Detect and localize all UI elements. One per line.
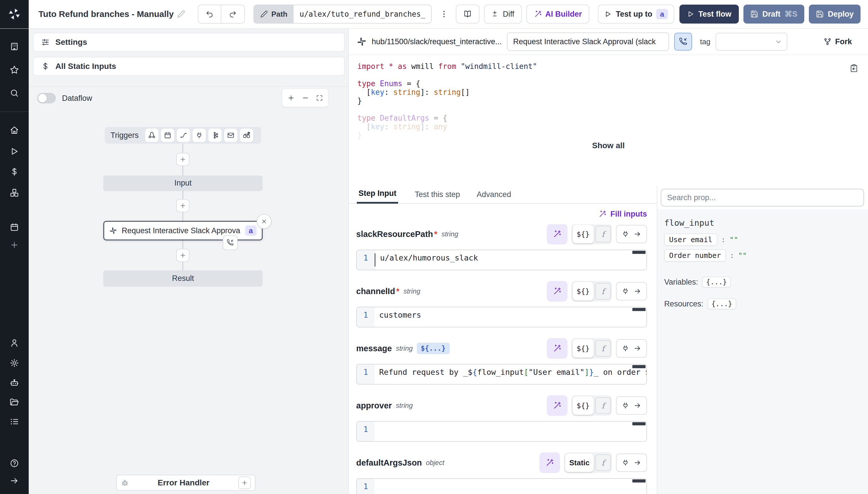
insert-step-button[interactable]: [176, 249, 190, 262]
variables-icon[interactable]: [10, 167, 19, 176]
dataflow-toggle[interactable]: [37, 93, 56, 103]
expand-sidebar-icon[interactable]: [10, 476, 19, 486]
field-value-editor[interactable]: 1: [356, 478, 647, 494]
logs-icon[interactable]: [10, 417, 19, 426]
workers-icon[interactable]: [10, 378, 19, 387]
result-node[interactable]: Result: [103, 270, 263, 286]
favorites-icon[interactable]: [10, 65, 19, 74]
draft-button[interactable]: Draft ⌘S: [744, 5, 804, 23]
ai-fill-button[interactable]: [547, 224, 568, 244]
input-mode-button[interactable]: ${}: [573, 339, 594, 358]
path-button[interactable]: Path: [254, 5, 294, 23]
scheduled-poll-trigger-icon[interactable]: [240, 129, 253, 142]
editor-scrollbar-thumb[interactable]: [632, 308, 646, 311]
undo-button[interactable]: [198, 5, 221, 23]
tab-advanced[interactable]: Advanced: [477, 190, 511, 203]
editor-scrollbar-thumb[interactable]: [632, 251, 646, 254]
suspend-approval-icon[interactable]: [223, 235, 238, 250]
diff-button[interactable]: Diff: [484, 5, 522, 23]
editor-scrollbar-thumb[interactable]: [632, 365, 646, 368]
input-mode-button[interactable]: ${}: [573, 282, 594, 300]
function-mode-button[interactable]: f: [595, 397, 611, 414]
delete-step-button[interactable]: [257, 214, 272, 229]
connect-input-button[interactable]: [616, 282, 647, 300]
more-menu-icon[interactable]: [440, 10, 448, 18]
editor-scrollbar-thumb[interactable]: [632, 422, 646, 425]
input-mode-button[interactable]: ${}: [573, 225, 594, 243]
prop-key-pill[interactable]: Order number: [664, 249, 726, 262]
add-error-handler-button[interactable]: [238, 476, 251, 489]
home-icon[interactable]: [10, 126, 19, 135]
add-icon[interactable]: [10, 241, 19, 250]
deploy-button[interactable]: Deploy: [809, 5, 861, 23]
field-value-editor[interactable]: 1 Refund request by _${flow_input["User …: [356, 364, 647, 384]
search-icon[interactable]: [10, 89, 19, 98]
insert-step-button[interactable]: [176, 153, 190, 166]
resources-expand-badge[interactable]: {...}: [708, 299, 736, 309]
fit-view-icon[interactable]: [316, 95, 323, 101]
input-mode-button[interactable]: ${}: [573, 396, 594, 415]
fill-inputs-button[interactable]: Fill inputs: [611, 210, 647, 218]
user-icon[interactable]: [10, 338, 19, 347]
paste-code-icon[interactable]: [850, 64, 858, 72]
settings-gear-icon[interactable]: [10, 358, 19, 368]
prop-key-pill[interactable]: User email: [664, 233, 717, 246]
connect-input-button[interactable]: [616, 339, 647, 358]
suspend-approval-button[interactable]: [674, 33, 692, 51]
ai-fill-button[interactable]: [547, 395, 568, 416]
error-handler-node[interactable]: Error Handler: [116, 475, 255, 491]
ai-fill-button[interactable]: [547, 281, 568, 302]
search-prop-input[interactable]: Search prop...: [661, 189, 864, 207]
workspace-icon[interactable]: [10, 42, 19, 51]
folders-icon[interactable]: [10, 398, 19, 407]
field-value-editor[interactable]: 1 customers: [356, 307, 647, 327]
code-editor[interactable]: import * as wmill from "windmill-client"…: [349, 55, 868, 186]
kafka-trigger-icon[interactable]: [209, 129, 222, 142]
flow-input-root[interactable]: flow_input: [664, 218, 868, 228]
function-mode-button[interactable]: f: [595, 283, 611, 300]
ai-fill-button[interactable]: [539, 452, 560, 473]
connect-input-button[interactable]: [616, 225, 647, 243]
field-value-editor[interactable]: 1 u/alex/humorous_slack: [356, 250, 647, 270]
triggers-node[interactable]: Triggers: [105, 127, 261, 144]
insert-step-button[interactable]: [176, 199, 190, 212]
field-value-editor[interactable]: 1: [356, 421, 647, 442]
ai-fill-button[interactable]: [547, 338, 568, 359]
tab-test-this-step[interactable]: Test this step: [415, 190, 460, 203]
http-route-trigger-icon[interactable]: [177, 129, 190, 142]
help-icon[interactable]: [10, 459, 19, 468]
email-trigger-icon[interactable]: [224, 129, 237, 142]
zoom-out-icon[interactable]: [302, 94, 309, 102]
windmill-logo[interactable]: [0, 0, 29, 28]
zoom-in-icon[interactable]: [287, 94, 295, 102]
flow-settings-button[interactable]: Settings: [33, 33, 345, 52]
all-static-inputs-button[interactable]: All Static Inputs: [33, 57, 345, 76]
hub-script-path[interactable]: hub/11500/slack/request_interactive...: [372, 37, 502, 46]
webhook-trigger-icon[interactable]: [145, 129, 158, 142]
connect-input-button[interactable]: [616, 396, 647, 415]
edit-title-icon[interactable]: [177, 10, 185, 18]
redo-button[interactable]: [221, 5, 244, 23]
schedule-trigger-icon[interactable]: [161, 129, 174, 142]
input-node[interactable]: Input: [103, 175, 263, 191]
fork-button[interactable]: Fork: [824, 37, 852, 46]
test-up-to-button[interactable]: Test up to a: [598, 5, 674, 23]
docs-button[interactable]: [456, 5, 479, 23]
step-summary-input[interactable]: Request Interactive Slack Approval (slac…: [507, 33, 669, 51]
resources-icon[interactable]: [10, 188, 19, 197]
schedules-icon[interactable]: [10, 223, 19, 232]
function-mode-button[interactable]: f: [595, 340, 611, 357]
path-input[interactable]: u/alex/tuto_refund_branches_: [294, 5, 431, 23]
slack-approval-step-node[interactable]: Request Interactive Slack Approval (... …: [103, 221, 263, 241]
variables-expand-badge[interactable]: {...}: [702, 277, 731, 287]
connect-input-button[interactable]: [616, 454, 647, 472]
tab-step-input[interactable]: Step Input: [357, 189, 398, 204]
function-mode-button[interactable]: f: [595, 454, 611, 471]
show-all-button[interactable]: Show all: [349, 141, 868, 150]
input-mode-button[interactable]: Static: [565, 454, 594, 472]
runs-icon[interactable]: [10, 147, 19, 156]
websocket-trigger-icon[interactable]: [193, 129, 206, 142]
function-mode-button[interactable]: f: [595, 226, 611, 242]
ai-builder-button[interactable]: AI Builder: [527, 5, 590, 23]
editor-scrollbar-thumb[interactable]: [632, 479, 646, 482]
